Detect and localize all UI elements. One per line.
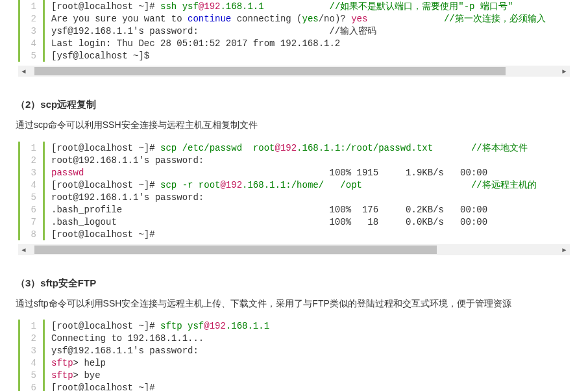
code-block-2: 1[root@localhost ~]# scp /etc/passwd roo… bbox=[18, 142, 570, 240]
code-line: 4Last login: Thu Dec 28 05:01:52 2017 fr… bbox=[20, 37, 570, 49]
section-3-desc: 通过sftp命令可以利用SSH安全连接与远程主机上传、下载文件，采用了与FTP类… bbox=[16, 295, 572, 312]
line-number: 2 bbox=[18, 332, 45, 344]
code-line: 1[root@localhost ~]# scp /etc/passwd roo… bbox=[20, 142, 570, 154]
code-line: 5root@192.168.1.1's password: bbox=[20, 191, 570, 203]
code-content: [root@localhost ~]# scp /etc/passwd root… bbox=[45, 142, 528, 154]
code-line: 6.bash_profile 100% 176 0.2KB/s 00:00 bbox=[20, 203, 570, 216]
line-number: 5 bbox=[18, 49, 45, 62]
scroll-thumb[interactable] bbox=[34, 246, 437, 254]
code-block-3: 1[root@localhost ~]# sftp ysf@192.168.1.… bbox=[18, 320, 570, 391]
code-line: 4sftp> help bbox=[20, 357, 570, 369]
code-content: ysf@192.168.1.1's password: //输入密码 bbox=[45, 25, 376, 37]
scroll-right-icon[interactable]: ► bbox=[559, 66, 570, 77]
code-content: [root@localhost ~]# scp -r root@192.168.… bbox=[45, 179, 537, 191]
scroll-left-icon[interactable]: ◄ bbox=[18, 244, 29, 255]
code-line: 5sftp> bye bbox=[20, 369, 570, 381]
code-line: 8[root@localhost ~]# bbox=[20, 228, 570, 240]
code-line: 6[root@localhost ~]# bbox=[20, 381, 570, 391]
code-content: root@192.168.1.1's password: bbox=[45, 154, 204, 166]
code-content: passwd 100% 1915 1.9KB/s 00:00 bbox=[45, 166, 487, 179]
code-line: 3ysf@192.168.1.1's password: bbox=[20, 344, 570, 357]
line-number: 1 bbox=[18, 0, 45, 12]
code-content: [root@localhost ~]# bbox=[45, 228, 155, 240]
code-line: 2Are you sure you want to continue conne… bbox=[20, 12, 570, 25]
line-number: 4 bbox=[18, 179, 45, 191]
code-content: [root@localhost ~]# bbox=[45, 381, 155, 391]
code-content: [root@localhost ~]# ssh ysf@192.168.1.1 … bbox=[45, 0, 513, 12]
line-number: 2 bbox=[18, 154, 45, 166]
code-block-1: 1[root@localhost ~]# ssh ysf@192.168.1.1… bbox=[18, 0, 570, 62]
code-content: Last login: Thu Dec 28 05:01:52 2017 fro… bbox=[45, 37, 340, 49]
scroll-thumb[interactable] bbox=[34, 67, 506, 75]
code-line: 1[root@localhost ~]# sftp ysf@192.168.1.… bbox=[20, 320, 570, 332]
scroll-track[interactable] bbox=[29, 66, 559, 77]
line-number: 7 bbox=[18, 216, 45, 228]
code-line: 3ysf@192.168.1.1's password: //输入密码 bbox=[20, 25, 570, 37]
line-number: 4 bbox=[18, 37, 45, 49]
scrollbar-2[interactable]: ◄ ► bbox=[18, 244, 570, 255]
line-number: 5 bbox=[18, 191, 45, 203]
scroll-left-icon[interactable]: ◄ bbox=[18, 66, 29, 77]
scrollbar-1[interactable]: ◄ ► bbox=[18, 66, 570, 77]
code-line: 2root@192.168.1.1's password: bbox=[20, 154, 570, 166]
code-line: 3passwd 100% 1915 1.9KB/s 00:00 bbox=[20, 166, 570, 179]
line-number: 2 bbox=[18, 12, 45, 25]
code-line: 1[root@localhost ~]# ssh ysf@192.168.1.1… bbox=[20, 0, 570, 12]
code-line: 2Connecting to 192.168.1.1... bbox=[20, 332, 570, 344]
scroll-right-icon[interactable]: ► bbox=[559, 244, 570, 255]
code-line: 5[ysf@localhost ~]$ bbox=[20, 49, 570, 62]
code-content: Connecting to 192.168.1.1... bbox=[45, 332, 204, 344]
line-number: 5 bbox=[18, 369, 45, 381]
code-line: 4[root@localhost ~]# scp -r root@192.168… bbox=[20, 179, 570, 191]
code-content: ysf@192.168.1.1's password: bbox=[45, 344, 199, 357]
code-content: .bash_profile 100% 176 0.2KB/s 00:00 bbox=[45, 203, 487, 216]
section-2-desc: 通过scp命令可以利用SSH安全连接与远程主机互相复制文件 bbox=[16, 116, 572, 134]
code-content: sftp> bye bbox=[45, 369, 101, 381]
code-content: Are you sure you want to continue connec… bbox=[45, 12, 546, 25]
line-number: 3 bbox=[18, 166, 45, 179]
code-line: 7.bash_logout 100% 18 0.0KB/s 00:00 bbox=[20, 216, 570, 228]
line-number: 1 bbox=[18, 320, 45, 332]
line-number: 4 bbox=[18, 357, 45, 369]
section-2-title: （2）scp远程复制 bbox=[16, 99, 588, 111]
section-3-title: （3）sftp安全FTP bbox=[16, 277, 588, 290]
code-content: .bash_logout 100% 18 0.0KB/s 00:00 bbox=[45, 216, 487, 228]
line-number: 3 bbox=[18, 344, 45, 357]
code-content: sftp> help bbox=[45, 357, 106, 369]
code-content: [ysf@localhost ~]$ bbox=[45, 49, 149, 62]
code-content: [root@localhost ~]# sftp ysf@192.168.1.1 bbox=[45, 320, 269, 332]
line-number: 8 bbox=[18, 228, 45, 240]
line-number: 6 bbox=[18, 203, 45, 216]
line-number: 6 bbox=[18, 381, 45, 391]
line-number: 3 bbox=[18, 25, 45, 37]
scroll-track[interactable] bbox=[29, 244, 559, 255]
code-content: root@192.168.1.1's password: bbox=[45, 191, 204, 203]
line-number: 1 bbox=[18, 142, 45, 154]
